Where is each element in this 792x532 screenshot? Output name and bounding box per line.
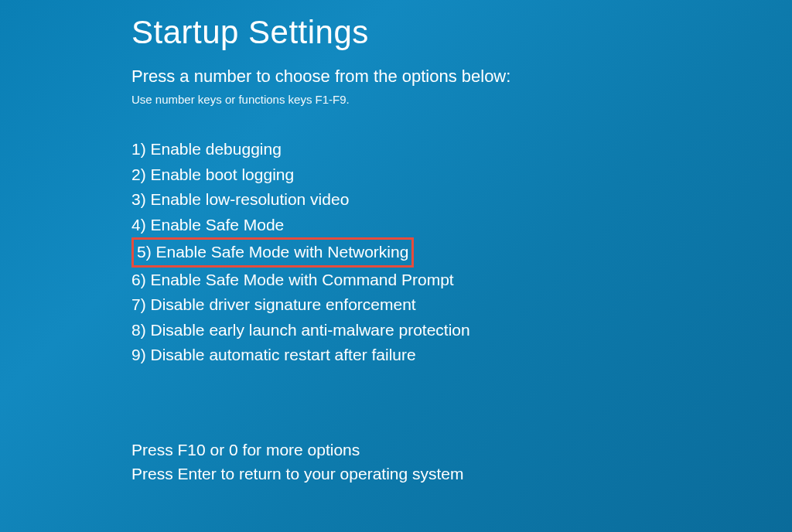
option-2[interactable]: 2) Enable boot logging <box>131 162 294 188</box>
return-text: Press Enter to return to your operating … <box>131 462 792 486</box>
page-title: Startup Settings <box>131 14 792 51</box>
option-4[interactable]: 4) Enable Safe Mode <box>131 213 284 238</box>
option-3[interactable]: 3) Enable low-resolution video <box>131 187 349 213</box>
hint-text: Use number keys or functions keys F1-F9. <box>131 93 792 106</box>
footer-instructions: Press F10 or 0 for more options Press En… <box>131 438 792 486</box>
option-8[interactable]: 8) Disable early launch anti-malware pro… <box>131 318 470 343</box>
startup-options-list: 1) Enable debugging 2) Enable boot loggi… <box>131 137 792 368</box>
instruction-text: Press a number to choose from the option… <box>131 66 792 87</box>
option-6[interactable]: 6) Enable Safe Mode with Command Prompt <box>131 268 454 293</box>
option-5[interactable]: 5) Enable Safe Mode with Networking <box>131 237 414 268</box>
option-7[interactable]: 7) Disable driver signature enforcement <box>131 292 416 318</box>
option-1[interactable]: 1) Enable debugging <box>131 137 282 162</box>
more-options-text: Press F10 or 0 for more options <box>131 438 792 462</box>
option-9[interactable]: 9) Disable automatic restart after failu… <box>131 343 416 368</box>
